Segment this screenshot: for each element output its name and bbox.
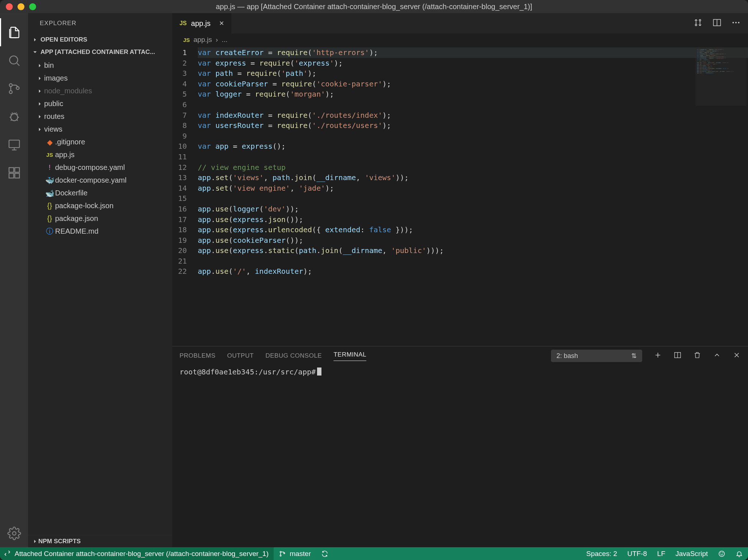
activity-settings-gear[interactable] — [0, 519, 28, 547]
kill-terminal-button[interactable] — [693, 351, 701, 361]
panel-tab-terminal[interactable]: TERMINAL — [333, 351, 366, 361]
remote-icon — [4, 550, 11, 557]
source-control-icon — [7, 82, 21, 96]
code-editor[interactable]: 12345678910111213141516171819202122 var … — [172, 46, 748, 346]
file-label: Dockerfile — [55, 189, 88, 197]
status-remote[interactable]: Attached Container attach-container-blog… — [0, 547, 274, 560]
folder-bin[interactable]: bin — [28, 59, 172, 72]
svg-point-12 — [699, 19, 701, 21]
explorer-sidebar: EXPLORER OPEN EDITORS APP [ATTACHED CONT… — [28, 13, 172, 547]
folder-label: node_modules — [44, 87, 92, 95]
chevron-right-icon — [36, 88, 43, 94]
svg-rect-8 — [15, 173, 19, 178]
files-icon — [7, 26, 21, 39]
project-header[interactable]: APP [ATTACHED CONTAINER ATTAC... — [28, 46, 172, 58]
file-label: app.js — [55, 151, 74, 159]
activity-search[interactable] — [0, 46, 28, 74]
npm-scripts-label: NPM SCRIPTS — [38, 538, 81, 545]
tab-close-button[interactable]: × — [219, 19, 224, 28]
folder-node-modules[interactable]: node_modules — [28, 85, 172, 97]
folder-views[interactable]: views — [28, 123, 172, 136]
status-notifications[interactable] — [730, 547, 748, 560]
branch-icon — [279, 550, 286, 557]
status-encoding[interactable]: UTF-8 — [622, 547, 652, 560]
file-dockerfile[interactable]: 🐋Dockerfile — [28, 187, 172, 199]
file-label: package-lock.json — [55, 202, 113, 210]
panel-tab-output[interactable]: OUTPUT — [227, 352, 254, 359]
chevron-right-icon — [32, 36, 38, 43]
status-encoding-label: UTF-8 — [627, 550, 647, 558]
svg-point-1 — [9, 83, 12, 86]
file-label: package.json — [55, 214, 98, 223]
maximize-panel-button[interactable] — [713, 351, 721, 361]
smiley-icon — [718, 550, 725, 557]
status-feedback[interactable] — [713, 547, 730, 560]
file-package-json[interactable]: {}package.json — [28, 212, 172, 225]
minimap[interactable]: var createError = require('http-errors')… — [695, 47, 747, 106]
file-package-lock[interactable]: {}package-lock.json — [28, 199, 172, 212]
status-remote-label: Attached Container attach-container-blog… — [15, 550, 269, 558]
svg-rect-7 — [9, 173, 14, 178]
panel-tab-debug-console[interactable]: DEBUG CONSOLE — [265, 352, 322, 359]
window-maximize-button[interactable] — [29, 3, 36, 10]
status-spaces[interactable]: Spaces: 2 — [581, 547, 622, 560]
folder-label: views — [44, 125, 62, 133]
activity-extensions[interactable] — [0, 159, 28, 187]
new-terminal-button[interactable] — [654, 351, 662, 361]
window-close-button[interactable] — [6, 3, 13, 10]
file-gitignore[interactable]: ◆.gitignore — [28, 136, 172, 148]
code-content[interactable]: var createError = require('http-errors')… — [198, 46, 748, 346]
tab-appjs[interactable]: JS app.js × — [172, 13, 232, 34]
status-language[interactable]: JavaScript — [670, 547, 713, 560]
bell-icon — [736, 550, 743, 557]
chevron-right-icon — [36, 101, 43, 107]
panel-tabs: PROBLEMS OUTPUT DEBUG CONSOLE TERMINAL 2… — [172, 346, 748, 365]
close-panel-button[interactable] — [733, 351, 741, 361]
svg-point-0 — [9, 56, 18, 64]
folder-label: routes — [44, 112, 65, 121]
extensions-icon — [7, 166, 21, 180]
git-icon: ◆ — [44, 138, 55, 147]
file-appjs[interactable]: JSapp.js — [28, 148, 172, 161]
window-minimize-button[interactable] — [18, 3, 24, 10]
status-branch-label: master — [290, 550, 311, 558]
info-icon: ⓘ — [44, 226, 55, 236]
terminal[interactable]: root@8df0ae1eb345:/usr/src/app# — [172, 365, 748, 547]
js-icon: JS — [180, 20, 187, 27]
remote-explorer-icon — [7, 138, 21, 152]
compare-changes-icon[interactable] — [693, 18, 703, 29]
gear-icon — [7, 526, 21, 540]
svg-point-14 — [732, 22, 734, 23]
file-docker-compose[interactable]: 🐳docker-compose.yaml — [28, 174, 172, 187]
activity-debug[interactable] — [0, 102, 28, 131]
line-gutter: 12345678910111213141516171819202122 — [172, 46, 198, 346]
svg-point-23 — [722, 553, 723, 553]
open-editors-section[interactable]: OPEN EDITORS — [28, 34, 172, 46]
search-icon — [7, 54, 21, 67]
activity-explorer[interactable] — [0, 18, 28, 46]
activity-source-control[interactable] — [0, 74, 28, 102]
terminal-selector[interactable]: 2: bash ⇅ — [551, 350, 642, 362]
tab-label: app.js — [191, 19, 211, 28]
breadcrumbs[interactable]: JS app.js › ... — [172, 34, 748, 46]
file-debug-compose[interactable]: !debug-compose.yaml — [28, 161, 172, 174]
status-eol[interactable]: LF — [652, 547, 670, 560]
chevron-down-icon — [32, 49, 38, 55]
svg-point-10 — [12, 532, 16, 535]
npm-scripts-section[interactable]: NPM SCRIPTS — [28, 535, 172, 547]
folder-public[interactable]: public — [28, 97, 172, 110]
split-editor-icon[interactable] — [712, 18, 722, 29]
panel-tab-problems[interactable]: PROBLEMS — [180, 352, 215, 359]
split-terminal-button[interactable] — [674, 351, 682, 361]
file-readme[interactable]: ⓘREADME.md — [28, 225, 172, 238]
folder-routes[interactable]: routes — [28, 110, 172, 123]
docker-compose-icon: 🐳 — [44, 176, 55, 185]
svg-rect-5 — [9, 140, 19, 148]
status-branch[interactable]: master — [274, 547, 316, 560]
editor-area: JS app.js × JS app — [172, 13, 748, 547]
svg-point-21 — [719, 551, 725, 556]
more-actions-icon[interactable] — [731, 18, 741, 29]
folder-images[interactable]: images — [28, 72, 172, 85]
status-sync[interactable] — [316, 547, 333, 560]
activity-remote[interactable] — [0, 131, 28, 159]
